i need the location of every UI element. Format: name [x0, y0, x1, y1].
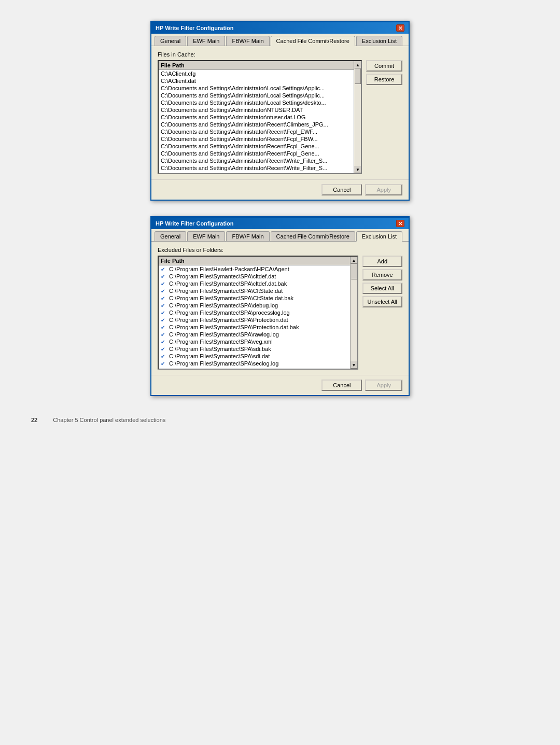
tab2-exclusion-list[interactable]: Exclusion List: [356, 231, 402, 242]
list-item[interactable]: C:\Documents and Settings\Administrator\…: [159, 92, 354, 99]
list-item[interactable]: C:\Documents and Settings\Administrator\…: [159, 135, 354, 143]
check-icon: ✔: [161, 317, 167, 323]
check-icon: ✔: [161, 274, 167, 279]
list-item[interactable]: C:\Documents and Settings\Administrator\…: [159, 150, 354, 157]
list-item[interactable]: ✔C:\Program Files\Symantec\SPA\processlo…: [159, 309, 350, 316]
dialog1-section-label: Files in Cache:: [158, 51, 402, 58]
tab2-ewf-main[interactable]: EWF Main: [187, 231, 225, 241]
check-icon: ✔: [161, 266, 167, 272]
list-item[interactable]: C:\Documents and Settings\Administrator\…: [159, 114, 354, 121]
dialog2-cancel-button[interactable]: Cancel: [321, 379, 362, 391]
check-icon: ✔: [161, 288, 167, 294]
list-item[interactable]: ✔C:\Program Files\Symantec\SPA\sdi.bak: [159, 345, 350, 353]
list-item[interactable]: ✔C:\Program Files\Symantec\SPA\seclog.lo…: [159, 360, 350, 367]
dialog2-body: Excluded Files or Folders: File Path ✔C:…: [151, 242, 409, 375]
dialog2-list-inner: File Path ✔C:\Program Files\Hewlett-Pack…: [159, 257, 350, 369]
list-item[interactable]: ✔C:\Program Files\Hewlett-Packard\HPCA\A…: [159, 265, 350, 273]
list-item[interactable]: C:\AClient.dat: [159, 77, 354, 85]
page-footer: 22 Chapter 5 Control panel extended sele…: [31, 417, 529, 423]
tab-general[interactable]: General: [155, 36, 186, 46]
dialog2-list-container: File Path ✔C:\Program Files\Hewlett-Pack…: [158, 256, 402, 370]
list-item[interactable]: C:\Documents and Settings\Administrator\…: [159, 143, 354, 150]
list-item[interactable]: C:\Documents and Settings\Administrator\…: [159, 99, 354, 106]
list-item[interactable]: C:\Documents and Settings\Administrator\…: [159, 164, 354, 172]
dialog2-close-button[interactable]: ✕: [396, 220, 404, 227]
list-item[interactable]: ✔C:\Program Files\Symantec\SPA\sdi.dat: [159, 353, 350, 360]
list-item[interactable]: C:\Documents and Settings\Administrator\…: [159, 106, 354, 114]
list-item[interactable]: ✔C:\Program Files\Symantec\SPA\cltdef.da…: [159, 280, 350, 287]
dialog2-list-header: File Path: [159, 257, 350, 265]
check-icon: ✔: [161, 281, 167, 287]
dialog1-footer: Cancel Apply: [151, 179, 409, 200]
check-icon: ✔: [161, 325, 167, 330]
scroll2-track[interactable]: [351, 264, 357, 361]
check-icon: ✔: [161, 296, 167, 301]
unselect-all-button[interactable]: Unselect All: [362, 296, 402, 307]
list-item[interactable]: ✔C:\Program Files\Symantec\SPA\rawlog.lo…: [159, 331, 350, 338]
dialog1-list-inner: File Path C:\AClient.cfg C:\AClient.dat …: [159, 61, 354, 173]
scroll-up-arrow[interactable]: ▲: [354, 61, 361, 68]
tab-ewf-main[interactable]: EWF Main: [187, 36, 225, 46]
check-icon: ✔: [161, 310, 167, 316]
dialog1-list-container: File Path C:\AClient.cfg C:\AClient.dat …: [158, 60, 402, 174]
list-item[interactable]: ✔C:\Program Files\Symantec\SPA\Protectio…: [159, 324, 350, 331]
list-item[interactable]: ✔C:\Program Files\Symantec\SPA\cltdef.da…: [159, 273, 350, 280]
remove-button[interactable]: Remove: [362, 269, 402, 280]
list-item[interactable]: ✔C:\Program Files\Symantec\SPA\veg.xml: [159, 338, 350, 345]
dialog2-tabs: General EWF Main FBW/F Main Cached File …: [151, 229, 409, 242]
list-item[interactable]: C:\AClient.cfg: [159, 70, 354, 77]
scroll2-thumb[interactable]: [351, 264, 357, 279]
dialog1-body: Files in Cache: File Path C:\AClient.cfg…: [151, 46, 409, 179]
dialog1-title: HP Write Filter Configuration: [156, 25, 234, 31]
tab-fbwf-main[interactable]: FBW/F Main: [226, 36, 269, 46]
tab-cached-file[interactable]: Cached File Commit/Restore: [271, 36, 355, 46]
list-item[interactable]: C:\Documents and Settings\Administrator\…: [159, 128, 354, 135]
page-number: 22: [31, 417, 37, 423]
dialog1-close-button[interactable]: ✕: [396, 24, 404, 32]
list-item[interactable]: ✔C:\Program Files\Symantec\SPA\Protectio…: [159, 316, 350, 324]
dialog2-section-label: Excluded Files or Folders:: [158, 247, 402, 253]
check-icon: ✔: [161, 303, 167, 308]
dialog2-title: HP Write Filter Configuration: [156, 220, 234, 227]
scroll-thumb[interactable]: [355, 68, 361, 84]
list-item[interactable]: C:\Documents and Settings\Administrator\…: [159, 85, 354, 92]
check-icon: ✔: [161, 332, 167, 338]
scroll-down-arrow[interactable]: ▼: [354, 166, 361, 173]
list-item[interactable]: ✔C:\Program Files\Symantec\SPA\CltState.…: [159, 287, 350, 294]
dialog1-list-header: File Path: [159, 61, 354, 70]
check-icon: ✔: [161, 339, 167, 345]
list-item[interactable]: ✔C:\Program Files\Symantec\SPA\debug.log: [159, 302, 350, 309]
dialog1-apply-button[interactable]: Apply: [365, 184, 402, 195]
list-item[interactable]: C:\Documents and Settings\Administrator\…: [159, 121, 354, 128]
tab-exclusion-list-1[interactable]: Exclusion List: [356, 36, 402, 46]
dialog2-file-list-wrapper: File Path ✔C:\Program Files\Hewlett-Pack…: [158, 256, 358, 370]
list-item[interactable]: ✔C:\Program Files\Symantec\SPA\CltState.…: [159, 294, 350, 302]
restore-button[interactable]: Restore: [366, 74, 402, 85]
dialog2-titlebar: HP Write Filter Configuration ✕: [151, 218, 409, 229]
scroll2-down-arrow[interactable]: ▼: [351, 361, 358, 369]
check-icon: ✔: [161, 354, 167, 359]
dialog2: HP Write Filter Configuration ✕ General …: [150, 216, 410, 396]
list-item[interactable]: C:\Documents and Settings\Administrator\…: [159, 157, 354, 164]
scroll-track[interactable]: [354, 68, 361, 166]
add-button[interactable]: Add: [362, 256, 402, 267]
check-icon: ✔: [161, 361, 167, 367]
dialog1: HP Write Filter Configuration ✕ General …: [150, 21, 410, 201]
tab2-general[interactable]: General: [155, 231, 186, 241]
tab2-fbwf-main[interactable]: FBW/F Main: [226, 231, 269, 241]
commit-button[interactable]: Commit: [366, 60, 402, 72]
dialog1-tabs: General EWF Main FBW/F Main Cached File …: [151, 34, 409, 46]
dialog2-apply-button[interactable]: Apply: [365, 379, 402, 391]
list-item[interactable]: C:\Documents and Settings\Administrator\…: [159, 172, 354, 173]
scroll2-up-arrow[interactable]: ▲: [351, 257, 358, 264]
select-all-button[interactable]: Select All: [362, 283, 402, 294]
tab2-cached-file[interactable]: Cached File Commit/Restore: [271, 231, 355, 241]
dialog1-cancel-button[interactable]: Cancel: [321, 184, 362, 195]
dialog1-titlebar: HP Write Filter Configuration ✕: [151, 22, 409, 34]
dialog1-scrollbar[interactable]: ▲ ▼: [354, 61, 361, 173]
dialog2-buttons: Add Remove Select All Unselect All: [362, 256, 402, 307]
dialog2-footer: Cancel Apply: [151, 375, 409, 395]
dialog1-file-list-wrapper: File Path C:\AClient.cfg C:\AClient.dat …: [158, 60, 362, 174]
dialog2-scrollbar[interactable]: ▲ ▼: [350, 257, 357, 369]
chapter-text: Chapter 5 Control panel extended selecti…: [53, 417, 165, 423]
